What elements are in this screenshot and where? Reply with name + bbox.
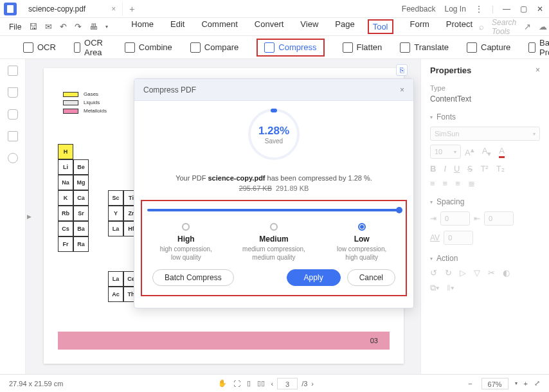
compress-slider[interactable]	[147, 209, 401, 211]
combine-button[interactable]: Combine	[125, 42, 172, 53]
apply-button[interactable]: Apply	[287, 269, 341, 286]
prev-page-icon[interactable]: ‹	[271, 380, 274, 388]
element-cell: Cs	[58, 221, 73, 236]
flip-v-icon[interactable]: ▽	[474, 268, 480, 278]
new-tab-button[interactable]: +	[129, 4, 134, 14]
continuous-icon[interactable]: ▯▯	[257, 379, 265, 388]
translate-button[interactable]: Translate	[400, 42, 449, 53]
italic-icon[interactable]: I	[444, 164, 446, 174]
ocr-area-button[interactable]: OCR Area	[74, 38, 107, 57]
option-medium[interactable]: Medium medium compression, medium qualit…	[232, 223, 316, 262]
bookmarks-icon[interactable]	[8, 87, 18, 98]
search-icon[interactable]: ⌕	[479, 22, 484, 31]
rotate-right-icon[interactable]: ↻	[445, 268, 452, 278]
fullscreen-icon[interactable]: ⤢	[534, 379, 540, 388]
increase-font-icon[interactable]: A▴	[465, 146, 474, 158]
align-left-icon[interactable]: ≡	[430, 179, 435, 188]
maximize-icon[interactable]: ▢	[519, 5, 527, 13]
fonts-section[interactable]: Fonts	[430, 112, 540, 121]
redo-icon[interactable]: ↷	[75, 22, 82, 31]
tool-toolbar: OCR OCR Area Combine Compare Compress Fl…	[0, 36, 549, 59]
menu-home[interactable]: Home	[131, 19, 154, 34]
dropdown-icon[interactable]: ▾	[105, 24, 108, 30]
menu-view[interactable]: View	[300, 19, 318, 34]
hand-tool-icon[interactable]: ✋	[218, 379, 227, 388]
undo-icon[interactable]: ↶	[60, 22, 67, 31]
decrease-font-icon[interactable]: A▾	[482, 146, 492, 158]
zoom-in-icon[interactable]: +	[524, 380, 528, 388]
more-icon[interactable]: ⋮	[475, 4, 483, 13]
comments-icon[interactable]	[8, 109, 18, 120]
print-icon[interactable]: 🖶	[89, 22, 98, 31]
right-indent-input[interactable]: 0	[484, 211, 514, 226]
search-input[interactable]: Search Tools	[492, 18, 516, 36]
cloud-icon[interactable]: ☁	[539, 22, 547, 31]
left-indent-input[interactable]: 0	[440, 211, 470, 226]
compare-button[interactable]: Compare	[190, 42, 239, 53]
font-family-select[interactable]: SimSun▾	[430, 127, 540, 141]
capture-button[interactable]: Capture	[467, 42, 510, 53]
fit-page-icon[interactable]: ⛶	[233, 380, 240, 388]
zoom-dropdown-icon[interactable]: ▾	[515, 380, 518, 386]
batch-process-button[interactable]: Batch Process	[528, 38, 549, 57]
flatten-button[interactable]: Flatten	[343, 42, 382, 53]
element-cell: Fr	[58, 236, 73, 252]
next-page-icon[interactable]: ›	[311, 380, 314, 388]
align-justify-icon[interactable]: ≣	[468, 179, 475, 188]
menu-page[interactable]: Page	[335, 19, 354, 34]
font-size-select[interactable]: 10▾	[430, 145, 461, 159]
close-tab-icon[interactable]: ×	[111, 4, 116, 13]
login-link[interactable]: Log In	[445, 4, 466, 13]
close-icon[interactable]: ✕	[536, 5, 544, 13]
zoom-input[interactable]: 67%	[482, 378, 509, 389]
ocr-button[interactable]: OCR	[23, 42, 56, 53]
option-high[interactable]: High high compression, low quality	[144, 223, 228, 262]
feedback-link[interactable]: Feedback	[402, 4, 436, 13]
strike-icon[interactable]: S̶	[467, 164, 473, 174]
single-page-icon[interactable]: ▯	[247, 379, 251, 388]
sidebar-expand-handle[interactable]: ▶	[27, 213, 32, 220]
dialog-close-icon[interactable]: ×	[400, 85, 404, 94]
option-low[interactable]: Low low compression, high quality	[320, 223, 404, 262]
arrange-icon[interactable]: ⧉▾	[430, 283, 439, 293]
legend-label: Gases	[84, 91, 98, 97]
attachments-icon[interactable]	[8, 131, 18, 141]
spacing-section[interactable]: Spacing	[430, 197, 540, 206]
page-actions-icon[interactable]: ⎘	[396, 64, 408, 76]
zoom-out-icon[interactable]: −	[468, 380, 472, 388]
mail-icon[interactable]: ✉	[45, 22, 52, 31]
thumbnails-icon[interactable]	[8, 66, 18, 76]
cancel-button[interactable]: Cancel	[347, 269, 395, 286]
font-color-icon[interactable]: A	[499, 146, 505, 158]
bold-icon[interactable]: B	[430, 164, 436, 174]
align-right-icon[interactable]: ≡	[455, 179, 460, 188]
opacity-icon[interactable]: ◐	[503, 268, 510, 278]
char-spacing-input[interactable]: 0	[444, 231, 473, 245]
menu-protect[interactable]: Protect	[446, 19, 473, 34]
superscript-icon[interactable]: T²	[480, 164, 488, 174]
align-center-icon[interactable]: ≡	[443, 179, 448, 188]
file-menu[interactable]: File	[9, 22, 21, 31]
batch-compress-button[interactable]: Batch Compress	[152, 269, 234, 286]
minimize-icon[interactable]: —	[503, 5, 510, 13]
page-number-input[interactable]: 3	[277, 378, 298, 389]
crop-icon[interactable]: ✂	[488, 268, 495, 278]
menu-comment[interactable]: Comment	[201, 19, 237, 34]
rotate-left-icon[interactable]: ↺	[430, 268, 437, 278]
compress-button[interactable]: Compress	[256, 39, 324, 57]
menu-edit[interactable]: Edit	[170, 19, 184, 34]
menu-form[interactable]: Form	[410, 19, 429, 34]
underline-icon[interactable]: U	[454, 164, 460, 174]
search-panel-icon[interactable]	[8, 153, 18, 163]
option-desc: low compression, high quality	[320, 245, 404, 262]
action-section[interactable]: Action	[430, 254, 540, 263]
close-panel-icon[interactable]: ×	[536, 66, 540, 75]
menu-tool[interactable]: Tool	[368, 19, 393, 34]
share-icon[interactable]: ↗	[524, 22, 531, 31]
subscript-icon[interactable]: T₂	[496, 164, 505, 174]
menu-convert[interactable]: Convert	[255, 19, 284, 34]
save-icon[interactable]: 🖫	[29, 22, 37, 31]
flip-h-icon[interactable]: ▷	[460, 268, 466, 278]
align-icon[interactable]: ⫴▾	[447, 283, 454, 293]
document-tab[interactable]: science-copy.pdf ×	[22, 2, 123, 16]
